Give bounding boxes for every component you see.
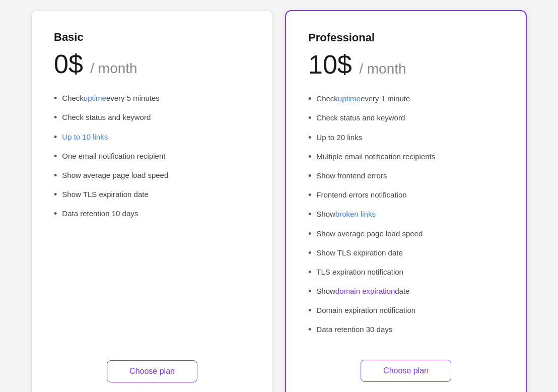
uptime-link[interactable]: uptime [84, 93, 106, 103]
basic-price-amount: 0$ [54, 49, 83, 79]
list-item: Check status and keyword [54, 112, 250, 124]
list-item: Frontend errors notification [308, 189, 504, 202]
list-item: Check uptime every 1 minute [308, 93, 504, 105]
domain-expiration-link[interactable]: domain expiration [335, 286, 395, 296]
list-item: Domain expiration notification [308, 305, 504, 317]
basic-features-list: Check uptime every 5 minutes Check statu… [54, 93, 250, 344]
professional-features-list: Check uptime every 1 minute Check status… [308, 93, 504, 343]
list-item: Show average page load speed [308, 228, 504, 240]
uptime-link[interactable]: uptime [338, 93, 361, 104]
professional-per-month: / month [359, 61, 406, 77]
professional-price-amount: 10$ [308, 50, 352, 79]
list-item: Show TLS expiration date [308, 247, 504, 259]
basic-choose-plan-button[interactable]: Choose plan [107, 360, 197, 382]
professional-plan-card: Professional 10$ / month Check uptime ev… [285, 10, 527, 392]
professional-choose-plan-button[interactable]: Choose plan [361, 360, 451, 382]
broken-links-link[interactable]: broken links [335, 209, 376, 219]
list-item: Up to 20 links [308, 132, 504, 144]
list-item: Multiple email notification recipients [308, 151, 504, 163]
links-link[interactable]: Up to 10 links [62, 132, 108, 142]
list-item: Show domain expiration date [308, 286, 504, 298]
basic-plan-price: 0$ / month [54, 50, 250, 79]
professional-plan-name: Professional [308, 31, 504, 44]
list-item: Check uptime every 5 minutes [54, 93, 250, 105]
basic-plan-name: Basic [54, 31, 250, 44]
list-item: Data retention 30 days [308, 324, 504, 336]
list-item: Show broken links [308, 209, 504, 221]
list-item: Up to 10 links [54, 132, 250, 144]
list-item: TLS expiration notification [308, 267, 504, 279]
basic-plan-card: Basic 0$ / month Check uptime every 5 mi… [31, 10, 273, 392]
pricing-container: Basic 0$ / month Check uptime every 5 mi… [12, 10, 546, 392]
list-item: Show average page load speed [54, 170, 250, 182]
list-item: Show frontend errors [308, 170, 504, 182]
list-item: One email notification recipient [54, 151, 250, 163]
basic-per-month: / month [90, 60, 137, 76]
list-item: Data retention 10 days [54, 208, 250, 220]
list-item: Show TLS expiration date [54, 189, 250, 201]
professional-plan-price: 10$ / month [308, 50, 504, 79]
list-item: Check status and keyword [308, 112, 504, 124]
